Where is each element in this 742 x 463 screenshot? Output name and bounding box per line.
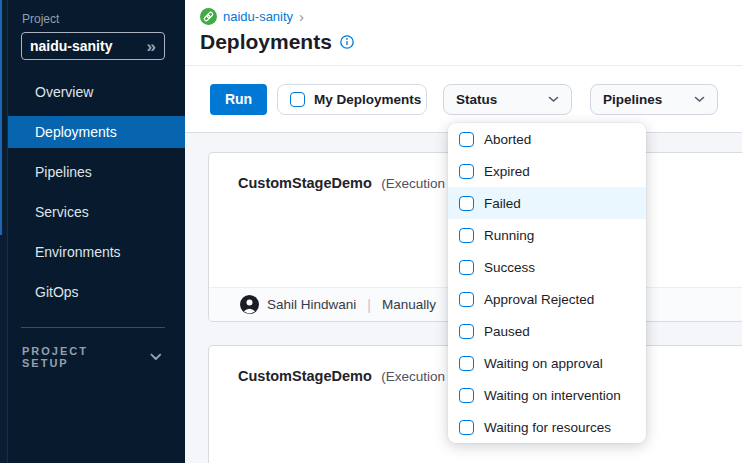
status-filter-label: Status: [456, 92, 497, 107]
my-deployments-checkbox[interactable]: [290, 92, 305, 107]
sidebar-item-label: GitOps: [35, 284, 79, 300]
status-option-approval-rejected[interactable]: Approval Rejected: [448, 283, 646, 315]
status-option-running[interactable]: Running: [448, 219, 646, 251]
double-chevron-right-icon[interactable]: »: [147, 38, 156, 55]
pipelines-filter-label: Pipelines: [603, 92, 662, 107]
status-option-label: Waiting on approval: [484, 356, 603, 371]
status-filter-menu: Aborted Expired Failed Running Success A…: [448, 123, 646, 443]
sidebar-item-overview[interactable]: Overview: [8, 76, 185, 108]
project-setup-label: PROJECT SETUP: [22, 345, 136, 369]
sidebar-item-label: Services: [35, 204, 89, 220]
status-option-label: Failed: [484, 196, 521, 211]
project-label: Project: [22, 12, 59, 26]
status-option-success[interactable]: Success: [448, 251, 646, 283]
sidebar-item-label: Overview: [35, 84, 93, 100]
pipelines-filter-dropdown[interactable]: Pipelines: [590, 84, 718, 115]
trigger-type: Manually: [382, 297, 436, 312]
status-option-checkbox[interactable]: [459, 324, 474, 339]
sidebar-item-services[interactable]: Services: [8, 196, 185, 228]
sidebar-item-label: Pipelines: [35, 164, 92, 180]
chevron-down-icon: [548, 96, 559, 103]
pipeline-name[interactable]: CustomStageDemo: [238, 175, 372, 191]
status-option-label: Waiting for resources: [484, 420, 611, 435]
status-filter-dropdown[interactable]: Status: [443, 84, 572, 115]
chevron-down-icon: [150, 353, 162, 361]
info-icon[interactable]: [340, 35, 354, 49]
status-option-checkbox[interactable]: [459, 356, 474, 371]
cd-module-icon: [200, 8, 217, 25]
sidebar-item-label: Deployments: [35, 124, 117, 140]
status-option-checkbox[interactable]: [459, 196, 474, 211]
status-option-checkbox[interactable]: [459, 228, 474, 243]
page-header: naidu-sanity › Deployments: [185, 0, 742, 66]
page-title: Deployments: [200, 30, 332, 54]
status-option-aborted[interactable]: Aborted: [448, 123, 646, 155]
triggered-by-name: Sahil Hindwani: [267, 297, 356, 312]
status-option-paused[interactable]: Paused: [448, 315, 646, 347]
status-option-waiting-on-intervention[interactable]: Waiting on intervention: [448, 379, 646, 411]
run-button[interactable]: Run: [210, 84, 267, 115]
status-option-checkbox[interactable]: [459, 260, 474, 275]
status-option-failed[interactable]: Failed: [448, 187, 646, 219]
chevron-down-icon: [694, 96, 705, 103]
sidebar-nav: Overview Deployments Pipelines Services …: [8, 76, 185, 316]
status-option-label: Expired: [484, 164, 530, 179]
project-selector[interactable]: »: [21, 32, 165, 60]
page-title-row: Deployments: [200, 30, 354, 54]
sidebar-item-gitops[interactable]: GitOps: [8, 276, 185, 308]
status-option-checkbox[interactable]: [459, 388, 474, 403]
main-area: naidu-sanity › Deployments Run My Deploy…: [185, 0, 742, 463]
sidebar: Project » Overview Deployments Pipelines…: [0, 0, 185, 463]
module-rail: [0, 0, 8, 463]
status-option-checkbox[interactable]: [459, 164, 474, 179]
status-option-expired[interactable]: Expired: [448, 155, 646, 187]
status-option-checkbox[interactable]: [459, 420, 474, 435]
status-option-label: Waiting on intervention: [484, 388, 621, 403]
chevron-right-icon: ›: [299, 9, 304, 24]
sidebar-item-environments[interactable]: Environments: [8, 236, 185, 268]
status-option-waiting-on-approval[interactable]: Waiting on approval: [448, 347, 646, 379]
module-rail-indicator: [0, 0, 2, 235]
sidebar-divider: [21, 327, 165, 328]
status-option-checkbox[interactable]: [459, 292, 474, 307]
status-option-label: Approval Rejected: [484, 292, 594, 307]
status-option-checkbox[interactable]: [459, 132, 474, 147]
sidebar-item-pipelines[interactable]: Pipelines: [8, 156, 185, 188]
project-input[interactable]: [30, 38, 147, 54]
status-option-label: Running: [484, 228, 534, 243]
pipeline-name[interactable]: CustomStageDemo: [238, 368, 372, 384]
status-option-label: Paused: [484, 324, 530, 339]
status-option-waiting-for-resources[interactable]: Waiting for resources: [448, 411, 646, 443]
status-option-label: Aborted: [484, 132, 531, 147]
breadcrumb: naidu-sanity ›: [200, 8, 304, 25]
sidebar-item-deployments[interactable]: Deployments: [8, 116, 185, 148]
sidebar-item-label: Environments: [35, 244, 121, 260]
user-avatar-icon: [240, 295, 259, 314]
footer-divider: |: [367, 297, 371, 313]
project-setup-toggle[interactable]: PROJECT SETUP: [22, 346, 162, 368]
my-deployments-toggle[interactable]: My Deployments: [277, 84, 427, 115]
my-deployments-label: My Deployments: [314, 92, 421, 107]
status-option-label: Success: [484, 260, 535, 275]
breadcrumb-project-link[interactable]: naidu-sanity: [223, 9, 293, 24]
